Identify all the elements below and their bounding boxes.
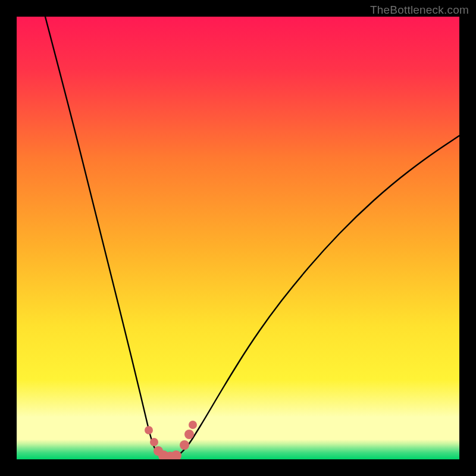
marker-dot: [171, 450, 181, 459]
curves-layer: [17, 17, 459, 459]
marker-dot: [189, 421, 197, 429]
watermark-text: TheBottleneck.com: [370, 4, 469, 17]
plot-area: [17, 17, 459, 459]
curve-markers: [145, 421, 197, 459]
chart-frame: TheBottleneck.com: [0, 0, 476, 476]
bottleneck-curve: [45, 17, 459, 459]
marker-dot: [184, 430, 194, 439]
marker-dot: [180, 440, 189, 450]
marker-dot: [145, 426, 153, 434]
marker-dot: [150, 438, 158, 446]
